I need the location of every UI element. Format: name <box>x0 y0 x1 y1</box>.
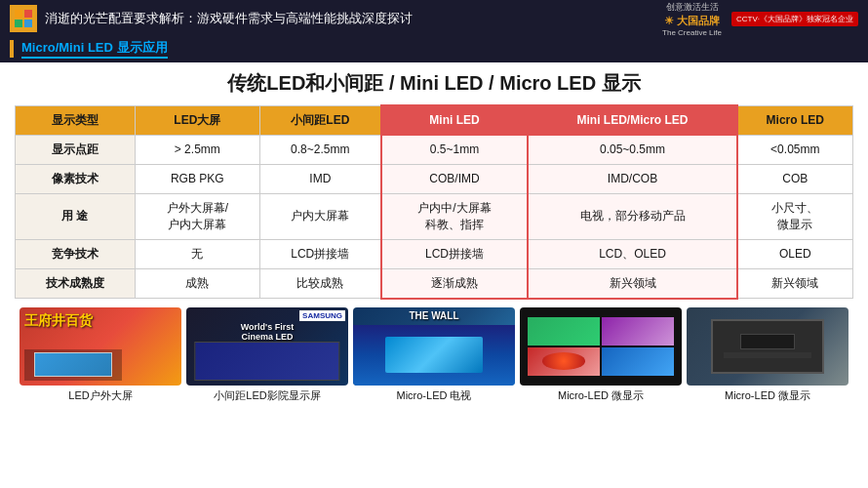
cell-4-3: 新兴领域 <box>528 268 736 299</box>
subtitle-bar: Micro/Mini LED 显示应用 <box>0 37 868 62</box>
header-title: 消逝的光芒配置要求解析：游戏硬件需求与高端性能挑战深度探讨 <box>45 10 413 27</box>
tv-display <box>385 337 483 373</box>
cctv-badge: CCTV·《大国品牌》独家冠名企业 <box>731 12 858 26</box>
table-row: 技术成熟度 成熟 比较成熟 逐渐成熟 新兴领域 新兴领域 <box>16 268 853 299</box>
cell-3-1: LCD拼接墙 <box>259 239 380 268</box>
micro1-grid <box>528 317 673 376</box>
micro1-circle <box>542 352 585 369</box>
row-label-3: 竞争技术 <box>16 239 136 268</box>
image-label-micro1: Micro-LED 微显示 <box>520 388 682 403</box>
table-row: 用 途 户外大屏幕/ 户内大屏幕 户内大屏幕 户内中/大屏幕 科教、指挥 电视，… <box>16 193 853 239</box>
cell-2-4: 小尺寸、 微显示 <box>737 193 853 239</box>
cell-4-0: 成熟 <box>135 268 259 299</box>
cell-1-0: RGB PKG <box>135 164 259 193</box>
outdoor-screen <box>24 349 122 381</box>
cell-1-1: IMD <box>259 164 380 193</box>
cell-0-2: 0.5~1mm <box>381 135 529 164</box>
cell-0-1: 0.8~2.5mm <box>259 135 380 164</box>
row-label-2: 用 途 <box>16 193 136 239</box>
subtitle-text: Micro/Mini LED 显示应用 <box>21 39 168 59</box>
image-item-tv: THE WALL Micro-LED 电视 <box>353 307 515 403</box>
cell-2-3: 电视，部分移动产品 <box>528 193 736 239</box>
col-header-mini-led: Mini LED <box>381 105 529 135</box>
header-right: 创意激活生活 ☀ 大国品牌 The Creative Life CCTV·《大国… <box>662 1 858 37</box>
cell-3-0: 无 <box>135 239 259 268</box>
micro1-cell3 <box>528 347 600 376</box>
samsung-logo: SAMSUNG <box>299 310 345 321</box>
image-cinema: SAMSUNG World's First Cinema LED Screen <box>186 307 348 386</box>
image-item-outdoor: 王府井百货 LED户外大屏 <box>20 307 181 403</box>
col-header-small-led: 小间距LED <box>259 105 380 135</box>
cell-1-3: IMD/COB <box>528 164 736 193</box>
cell-1-4: COB <box>737 164 853 193</box>
chip-package <box>711 319 824 374</box>
table-row: 显示点距 > 2.5mm 0.8~2.5mm 0.5~1mm 0.05~0.5m… <box>16 135 853 164</box>
main-content: 传统LED和小间距 / Mini LED / Micro LED 显示 显示类型… <box>0 62 868 411</box>
cell-4-2: 逐渐成熟 <box>381 268 529 299</box>
led-table: 显示类型 LED大屏 小间距LED Mini LED Mini LED/Micr… <box>15 104 853 300</box>
col-header-micro-led: Micro LED <box>737 105 853 135</box>
cell-4-1: 比较成熟 <box>259 268 380 299</box>
image-label-tv: Micro-LED 电视 <box>353 388 515 403</box>
brand-slogan1: 创意激活生活 <box>662 1 722 14</box>
cell-4-4: 新兴领域 <box>737 268 853 299</box>
table-row: 像素技术 RGB PKG IMD COB/IMD IMD/COB COB <box>16 164 853 193</box>
outdoor-text: 王府井百货 <box>24 312 93 330</box>
svg-rect-0 <box>15 10 22 18</box>
main-title: 传统LED和小间距 / Mini LED / Micro LED 显示 <box>15 70 853 97</box>
row-label-1: 像素技术 <box>16 164 136 193</box>
image-label-cinema: 小间距LED影院显示屏 <box>186 388 348 403</box>
cell-2-0: 户外大屏幕/ 户内大屏幕 <box>135 193 259 239</box>
image-micro2 <box>687 307 848 386</box>
image-label-outdoor: LED户外大屏 <box>20 388 181 403</box>
table-header-row: 显示类型 LED大屏 小间距LED Mini LED Mini LED/Micr… <box>16 105 853 135</box>
svg-rect-2 <box>15 20 22 27</box>
cell-0-4: <0.05mm <box>737 135 853 164</box>
chip-base <box>724 352 811 358</box>
image-item-micro1: Micro-LED 微显示 <box>520 307 682 403</box>
col-header-mini-micro: Mini LED/Micro LED <box>528 105 736 135</box>
svg-rect-3 <box>24 20 32 27</box>
cell-2-2: 户内中/大屏幕 科教、指挥 <box>381 193 529 239</box>
cell-1-2: COB/IMD <box>381 164 529 193</box>
slide: 消逝的光芒配置要求解析：游戏硬件需求与高端性能挑战深度探讨 创意激活生活 ☀ 大… <box>0 0 868 488</box>
brand-slogan2: The Creative Life <box>662 28 722 37</box>
header-icon <box>10 5 37 32</box>
svg-rect-1 <box>24 10 32 18</box>
subtitle-bar-accent <box>10 40 14 58</box>
image-item-cinema: SAMSUNG World's First Cinema LED Screen … <box>186 307 348 403</box>
cinema-screen <box>194 342 339 381</box>
cell-0-0: > 2.5mm <box>135 135 259 164</box>
tv-screen <box>353 325 515 386</box>
image-item-micro2: Micro-LED 微显示 <box>687 307 848 403</box>
cell-3-4: OLED <box>737 239 853 268</box>
micro1-cell4 <box>602 347 674 376</box>
header: 消逝的光芒配置要求解析：游戏硬件需求与高端性能挑战深度探讨 创意激活生活 ☀ 大… <box>0 0 868 37</box>
table-row: 竞争技术 无 LCD拼接墙 LCD拼接墙 LCD、OLED OLED <box>16 239 853 268</box>
image-micro1 <box>520 307 682 386</box>
image-outdoor: 王府井百货 <box>20 307 181 386</box>
tv-label: THE WALL <box>409 310 458 321</box>
col-header-led: LED大屏 <box>135 105 259 135</box>
cell-0-3: 0.05~0.5mm <box>528 135 736 164</box>
outdoor-display <box>34 352 112 378</box>
cell-2-1: 户内大屏幕 <box>259 193 380 239</box>
row-label-0: 显示点距 <box>16 135 136 164</box>
chip-die <box>740 334 795 349</box>
image-label-micro2: Micro-LED 微显示 <box>687 388 848 403</box>
cell-3-2: LCD拼接墙 <box>381 239 529 268</box>
cell-3-3: LCD、OLED <box>528 239 736 268</box>
comparison-table: 显示类型 LED大屏 小间距LED Mini LED Mini LED/Micr… <box>15 104 853 300</box>
brand-info: 创意激活生活 ☀ 大国品牌 The Creative Life <box>662 1 722 37</box>
brand-name: ☀ 大国品牌 <box>662 14 722 28</box>
micro1-cell2 <box>602 317 674 346</box>
micro1-cell1 <box>528 317 600 346</box>
header-left: 消逝的光芒配置要求解析：游戏硬件需求与高端性能挑战深度探讨 <box>10 5 413 32</box>
row-label-4: 技术成熟度 <box>16 268 136 299</box>
images-section: 王府井百货 LED户外大屏 SAMSUNG World's First Cine… <box>15 307 853 403</box>
image-tv: THE WALL <box>353 307 515 386</box>
col-header-type: 显示类型 <box>16 105 136 135</box>
